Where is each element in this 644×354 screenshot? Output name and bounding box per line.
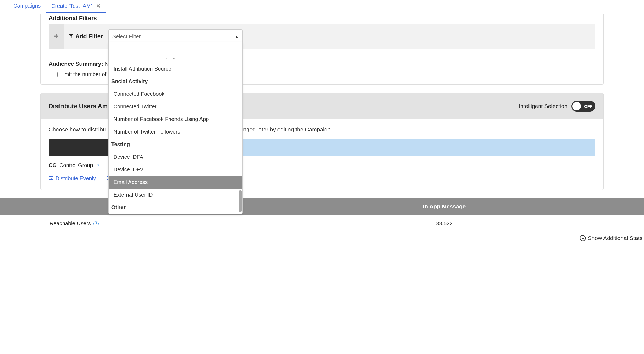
toggle-state-label: OFF: [584, 104, 592, 109]
funnel-icon: [69, 34, 73, 39]
dropdown-group-social: Social Activity: [109, 75, 242, 88]
dropdown-item-device-idfv[interactable]: Device IDFV: [109, 163, 242, 176]
dropdown-item-install-source[interactable]: Install Attribution Source: [109, 62, 242, 75]
limit-users-checkbox[interactable]: [53, 72, 58, 77]
add-filter-label: Add Filter: [64, 24, 108, 49]
tabs-bar: Campaigns Create 'Test IAM' ✕: [0, 0, 644, 13]
footer: + Show Additional Stats: [0, 232, 644, 244]
stats-header-message: In App Message: [245, 203, 644, 210]
distribute-title: Distribute Users Am: [49, 103, 108, 110]
show-additional-stats-label: Show Additional Stats: [588, 235, 642, 241]
control-group-label: Control Group: [59, 162, 93, 168]
sliders-icon: [49, 176, 53, 181]
filter-select[interactable]: Select Filter... ▲: [108, 30, 243, 43]
intelligent-selection-toggle[interactable]: OFF: [571, 101, 595, 112]
toggle-knob: [572, 102, 581, 110]
plus-icon: ✚: [54, 33, 58, 40]
dropdown-search-input[interactable]: [111, 45, 240, 56]
filter-row: ✚ Add Filter Select Filter... ▲: [49, 24, 595, 49]
plus-circle-icon: +: [580, 235, 586, 241]
dropdown-item-device-idfa[interactable]: Device IDFA: [109, 151, 242, 163]
stats-table: In App Message Reachable Users ? 38,522: [0, 198, 644, 232]
filter-dropdown: Install Attribution Campaign Install Att…: [108, 42, 243, 214]
show-additional-stats-link[interactable]: + Show Additional Stats: [580, 235, 642, 241]
caret-up-icon: ▲: [235, 35, 239, 38]
dropdown-item-connected-facebook[interactable]: Connected Facebook: [109, 88, 242, 100]
intelligent-selection-wrap: Intelligent Selection OFF: [519, 101, 595, 112]
distribute-text-prefix: Choose how to distribu: [49, 126, 106, 132]
dropdown-group-testing: Testing: [109, 138, 242, 151]
add-filter-text: Add Filter: [75, 33, 103, 40]
filter-select-wrap: Select Filter... ▲ Install Attribution C…: [108, 24, 243, 49]
tab-campaigns[interactable]: Campaigns: [8, 0, 46, 13]
dropdown-list[interactable]: Install Attribution Campaign Install Att…: [109, 58, 242, 214]
add-filter-plus-button[interactable]: ✚: [49, 24, 64, 49]
dropdown-item-tw-followers[interactable]: Number of Twitter Followers: [109, 126, 242, 138]
filters-card: Additional Filters ✚ Add Filter Select F…: [40, 13, 604, 85]
dropdown-item-connected-twitter[interactable]: Connected Twitter: [109, 100, 242, 113]
svg-point-3: [49, 176, 51, 177]
dropdown-scrollbar[interactable]: [239, 190, 242, 212]
dropdown-group-other: Other: [109, 201, 242, 214]
audience-summary-label: Audience Summary:: [49, 61, 103, 67]
tab-create-iam[interactable]: Create 'Test IAM' ✕: [46, 0, 106, 13]
dropdown-item-email-address[interactable]: Email Address: [109, 176, 242, 189]
stats-reachable-value: 38,522: [245, 220, 644, 227]
stats-row-reachable: Reachable Users ? 38,522: [0, 215, 644, 232]
tab-create-label: Create 'Test IAM': [51, 3, 92, 9]
dropdown-item-install-campaign[interactable]: Install Attribution Campaign: [109, 58, 242, 62]
cg-badge: CG: [49, 162, 57, 168]
dropdown-search-wrap: [109, 42, 242, 58]
filters-title: Additional Filters: [41, 15, 603, 24]
distribute-evenly-link[interactable]: Distribute Evenly: [49, 175, 96, 182]
distribute-evenly-label: Distribute Evenly: [56, 175, 96, 182]
stats-reachable-label: Reachable Users: [50, 220, 91, 227]
svg-point-5: [50, 179, 51, 180]
help-icon[interactable]: ?: [93, 221, 99, 226]
svg-point-4: [51, 177, 53, 179]
distribution-bar-variant[interactable]: [182, 139, 595, 156]
stats-header-row: In App Message: [0, 198, 644, 215]
dropdown-item-external-user-id[interactable]: External User ID: [109, 189, 242, 201]
stats-reachable-label-cell: Reachable Users ?: [0, 220, 245, 227]
filter-select-placeholder: Select Filter...: [112, 34, 145, 40]
help-icon[interactable]: ?: [96, 163, 101, 168]
limit-users-label: Limit the number of: [60, 71, 106, 78]
dropdown-item-fb-friends[interactable]: Number of Facebook Friends Using App: [109, 113, 242, 126]
intelligent-selection-label: Intelligent Selection: [519, 103, 568, 109]
distribute-text-suffix: anged later by editing the Campaign.: [240, 126, 332, 132]
close-icon[interactable]: ✕: [96, 3, 101, 9]
